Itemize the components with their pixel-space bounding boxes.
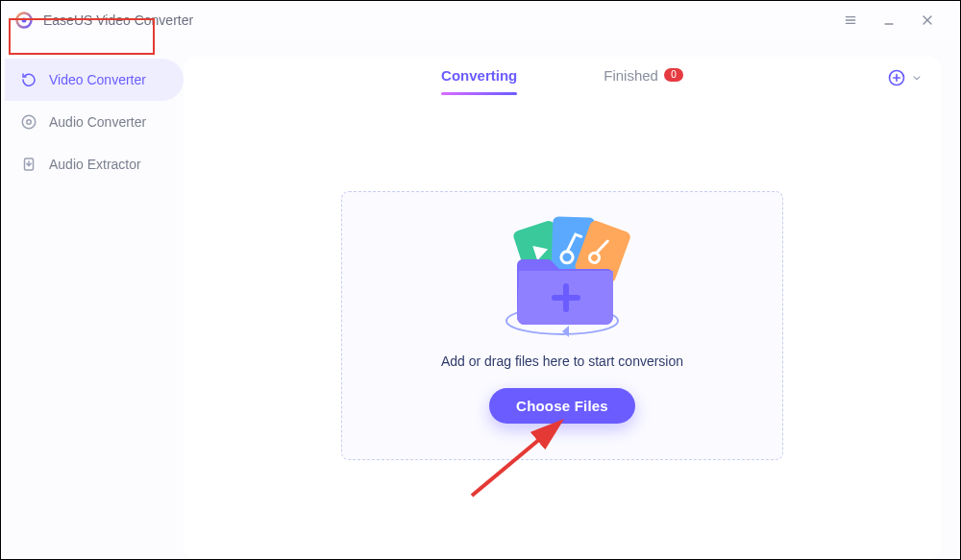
- menu-button[interactable]: [831, 6, 870, 35]
- app-window: EaseUS Video Converter Video Converter: [0, 0, 961, 560]
- minimize-button[interactable]: [870, 6, 908, 35]
- svg-point-1: [22, 18, 27, 23]
- app-body: Video Converter Audio Converter Audio Ex…: [1, 39, 960, 559]
- title-bar: EaseUS Video Converter: [1, 1, 960, 39]
- app-logo-icon: [14, 11, 34, 30]
- audio-extract-icon: [20, 156, 37, 173]
- tab-bar: Converting Finished 0: [184, 57, 941, 103]
- content-card: Converting Finished 0: [184, 57, 941, 559]
- audio-convert-icon: [20, 113, 37, 131]
- sidebar-item-label: Audio Extractor: [49, 157, 141, 172]
- main-area: Converting Finished 0: [184, 39, 960, 559]
- file-dropzone[interactable]: Add or drag files here to start conversi…: [341, 191, 783, 460]
- tab-converting[interactable]: Converting: [441, 67, 517, 93]
- sidebar-item-audio-converter[interactable]: Audio Converter: [1, 101, 184, 143]
- chevron-down-icon[interactable]: [910, 71, 924, 88]
- add-button[interactable]: [887, 68, 906, 91]
- choose-files-button[interactable]: Choose Files: [489, 388, 635, 424]
- video-convert-icon: [20, 71, 37, 88]
- dropzone-prompt: Add or drag files here to start conversi…: [441, 353, 683, 369]
- tab-label: Finished: [604, 67, 658, 84]
- app-title: EaseUS Video Converter: [43, 12, 193, 28]
- tab-finished[interactable]: Finished 0: [604, 67, 683, 93]
- svg-point-8: [22, 115, 36, 129]
- sidebar-item-audio-extractor[interactable]: Audio Extractor: [1, 143, 184, 185]
- svg-point-9: [27, 120, 32, 125]
- sidebar-item-label: Video Converter: [49, 72, 146, 87]
- close-button[interactable]: [908, 6, 947, 35]
- sidebar: Video Converter Audio Converter Audio Ex…: [1, 39, 184, 559]
- dropzone-illustration: [480, 204, 644, 348]
- tab-label: Converting: [441, 67, 517, 84]
- sidebar-item-label: Audio Converter: [49, 114, 146, 130]
- svg-marker-20: [562, 326, 569, 337]
- finished-count-badge: 0: [664, 68, 683, 82]
- sidebar-item-video-converter[interactable]: Video Converter: [5, 59, 184, 101]
